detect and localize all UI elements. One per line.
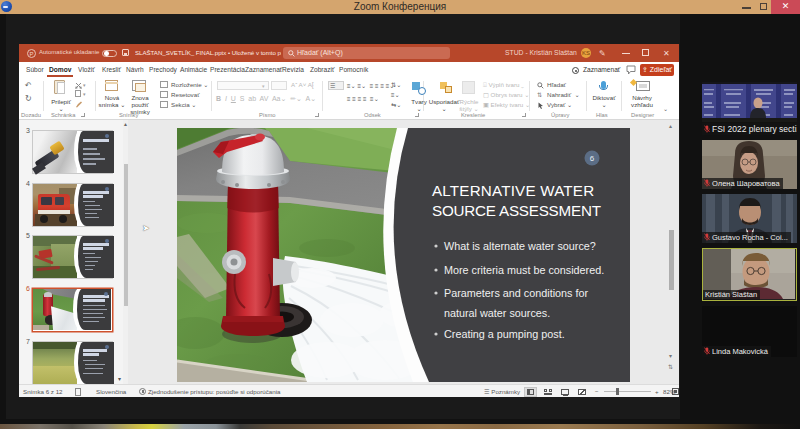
svg-text:Parameters and conditions for: Parameters and conditions for [444, 287, 588, 299]
svg-text:ALTERNATIVE WATER: ALTERNATIVE WATER [432, 182, 594, 199]
svg-text:More criteria must be consider: More criteria must be considered. [444, 264, 604, 276]
svg-text:SOURCE ASSESSMENT: SOURCE ASSESSMENT [432, 202, 601, 219]
svg-text:natural water sources.: natural water sources. [444, 307, 550, 319]
svg-text:Creating a pumping post.: Creating a pumping post. [444, 328, 565, 340]
svg-text:What is alternate water source: What is alternate water source? [444, 240, 596, 252]
svg-text:6: 6 [590, 154, 595, 163]
